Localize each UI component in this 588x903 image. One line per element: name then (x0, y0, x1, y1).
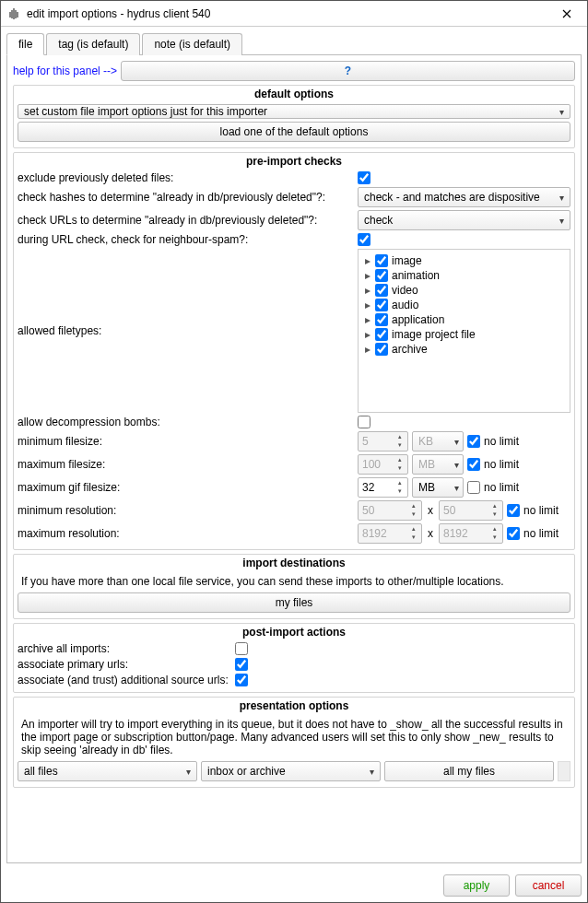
archive-checkbox[interactable] (235, 642, 248, 655)
max-res-label: maximum resolution: (18, 527, 352, 540)
filetype-checkbox[interactable] (375, 299, 388, 311)
chevron-right-icon[interactable]: ▸ (364, 299, 371, 311)
allow-decomp-checkbox[interactable] (358, 416, 370, 428)
additional-urls-checkbox[interactable] (235, 674, 248, 686)
max-res-nolimit[interactable] (507, 527, 520, 540)
preimport-header: pre-import checks (14, 153, 574, 170)
filetypes-tree[interactable]: ▸image ▸animation ▸video ▸audio ▸applica… (358, 249, 570, 413)
min-filesize-label: minimum filesize: (18, 435, 352, 448)
destinations-button[interactable]: my files (18, 592, 570, 613)
filetype-checkbox[interactable] (375, 254, 388, 267)
max-res-h[interactable]: ▴▾ (439, 523, 503, 544)
x-label: x (426, 527, 435, 540)
presentation-filter-2[interactable]: inbox or archive (201, 761, 381, 781)
footer: apply cancel (1, 869, 587, 902)
filetype-item: ▸animation (364, 268, 564, 283)
filetype-item: ▸image (364, 253, 564, 268)
max-gif-unit[interactable]: MB (412, 477, 464, 498)
filetype-checkbox[interactable] (375, 343, 388, 356)
chevron-right-icon[interactable]: ▸ (364, 343, 371, 356)
app-icon (6, 6, 21, 21)
primary-urls-checkbox[interactable] (235, 658, 248, 671)
section-default-options: default options set custom file import o… (13, 85, 575, 148)
check-hashes-label: check hashes to determine "already in db… (18, 191, 352, 204)
chevron-right-icon[interactable]: ▸ (364, 254, 371, 267)
check-hashes-select[interactable]: check - and matches are dispositive (358, 187, 570, 207)
filetype-checkbox[interactable] (375, 269, 388, 282)
presentation-filter-3[interactable]: all my files (384, 761, 554, 781)
filetypes-label: allowed filetypes: (18, 249, 352, 413)
chevron-right-icon[interactable]: ▸ (364, 313, 371, 326)
check-urls-label: check URLs to determine "already in db/p… (18, 214, 352, 227)
load-defaults-button[interactable]: load one of the default options (18, 122, 570, 142)
help-button[interactable]: ? (121, 61, 575, 81)
additional-urls-label: associate (and trust) additional source … (18, 674, 229, 686)
scroll-indicator[interactable] (558, 761, 570, 781)
min-res-nolimit[interactable] (507, 504, 520, 517)
filetype-item: ▸application (364, 312, 564, 327)
destinations-desc: If you have more than one local file ser… (18, 573, 570, 590)
filetype-item: ▸video (364, 283, 564, 298)
check-urls-select[interactable]: check (358, 210, 570, 230)
tabs: file tag (is default) note (is default) (6, 32, 582, 55)
apply-button[interactable]: apply (443, 874, 510, 897)
neighbour-spam-checkbox[interactable] (358, 233, 370, 246)
filetype-item: ▸image project file (364, 327, 564, 342)
help-icon: ? (345, 64, 351, 77)
titlebar: edit import options - hydrus client 540 (1, 1, 587, 27)
postimport-header: post-import actions (14, 624, 574, 640)
presentation-header: presentation options (14, 698, 574, 714)
section-preimport: pre-import checks exclude previously del… (13, 152, 575, 550)
filetype-item: ▸archive (364, 342, 564, 357)
min-filesize-nolimit[interactable] (467, 435, 480, 448)
max-gif-label: maximum gif filesize: (18, 481, 352, 494)
filetype-checkbox[interactable] (375, 313, 388, 326)
section-destinations: import destinations If you have more tha… (13, 554, 575, 619)
chevron-right-icon[interactable]: ▸ (364, 328, 371, 341)
max-gif-nolimit[interactable] (467, 481, 480, 494)
tab-note[interactable]: note (is default) (142, 33, 242, 55)
chevron-right-icon[interactable]: ▸ (364, 284, 371, 297)
min-res-w[interactable]: ▴▾ (358, 500, 422, 521)
max-filesize-nolimit[interactable] (467, 458, 480, 471)
help-label: help for this panel --> (13, 64, 117, 77)
filetype-item: ▸audio (364, 298, 564, 312)
close-button[interactable] (552, 4, 582, 24)
section-presentation: presentation options An importer will tr… (13, 697, 575, 788)
default-options-header: default options (14, 86, 574, 102)
cancel-button[interactable]: cancel (515, 874, 582, 897)
filetype-checkbox[interactable] (375, 284, 388, 297)
max-filesize-value[interactable]: ▴▾ (358, 454, 408, 475)
filetype-checkbox[interactable] (375, 328, 388, 341)
allow-decomp-label: allow decompression bombs: (18, 416, 352, 428)
neighbour-spam-label: during URL check, check for neighbour-sp… (18, 233, 352, 246)
window-title: edit import options - hydrus client 540 (27, 7, 552, 20)
max-filesize-unit[interactable]: MB (412, 454, 464, 475)
min-res-h[interactable]: ▴▾ (439, 500, 503, 521)
max-res-w[interactable]: ▴▾ (358, 523, 422, 544)
min-filesize-unit[interactable]: KB (412, 431, 464, 452)
default-options-select[interactable]: set custom file import options just for … (18, 104, 570, 119)
chevron-right-icon[interactable]: ▸ (364, 269, 371, 282)
max-gif-value[interactable]: ▴▾ (358, 477, 408, 498)
min-res-label: minimum resolution: (18, 504, 352, 517)
tab-tag[interactable]: tag (is default) (46, 33, 140, 55)
presentation-filter-1[interactable]: all files (18, 761, 197, 781)
section-postimport: post-import actions archive all imports:… (13, 623, 575, 693)
exclude-deleted-label: exclude previously deleted files: (18, 171, 352, 184)
max-filesize-label: maximum filesize: (18, 458, 352, 471)
destinations-header: import destinations (14, 555, 574, 571)
tab-file[interactable]: file (6, 33, 44, 55)
min-filesize-value[interactable]: ▴▾ (358, 431, 408, 452)
exclude-deleted-checkbox[interactable] (358, 171, 370, 184)
primary-urls-label: associate primary urls: (18, 658, 229, 671)
presentation-desc: An importer will try to import everythin… (18, 716, 570, 758)
archive-label: archive all imports: (18, 642, 229, 655)
x-label: x (426, 504, 435, 517)
